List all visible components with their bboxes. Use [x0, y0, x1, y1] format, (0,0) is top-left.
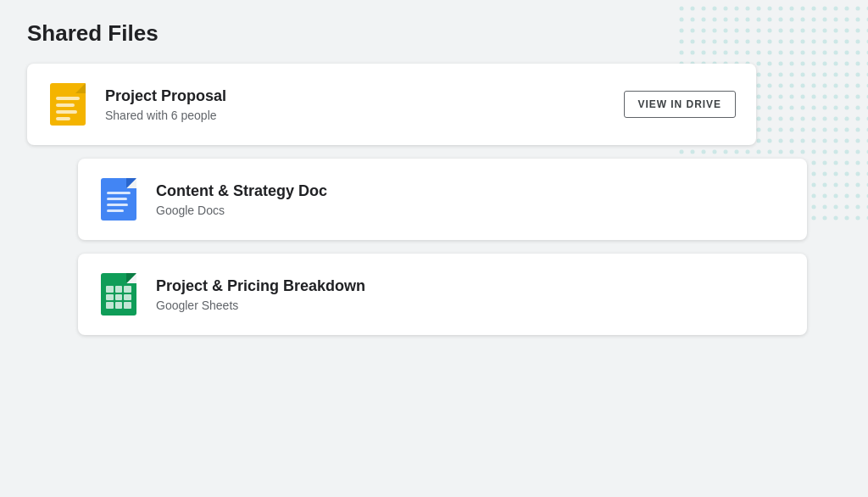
- page-title: Shared Files: [27, 20, 841, 47]
- file-card-project-pricing: Project & Pricing Breakdown Googler Shee…: [78, 254, 807, 335]
- file-icon-docs: [98, 176, 139, 223]
- file-info-project-proposal: Project Proposal Shared with 6 people: [105, 87, 624, 122]
- file-name: Content & Strategy Doc: [156, 182, 787, 200]
- file-icon-slides: [47, 81, 88, 128]
- view-in-drive-button[interactable]: VIEW IN DRIVE: [624, 91, 737, 118]
- file-info-project-pricing: Project & Pricing Breakdown Googler Shee…: [156, 277, 787, 312]
- file-meta: Google Docs: [156, 204, 787, 217]
- file-info-content-strategy: Content & Strategy Doc Google Docs: [156, 182, 787, 217]
- file-meta: Shared with 6 people: [105, 109, 624, 122]
- file-card-project-proposal: Project Proposal Shared with 6 people VI…: [27, 64, 756, 145]
- file-card-content-strategy: Content & Strategy Doc Google Docs: [78, 159, 807, 240]
- file-meta: Googler Sheets: [156, 299, 787, 312]
- file-icon-sheets: [98, 271, 139, 318]
- file-name: Project Proposal: [105, 87, 624, 105]
- file-name: Project & Pricing Breakdown: [156, 277, 787, 295]
